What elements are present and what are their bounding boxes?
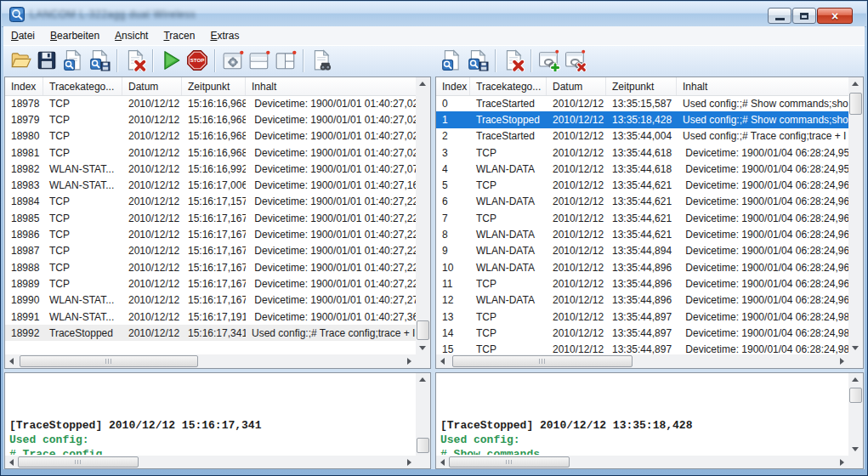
table-row[interactable]: 18991WLAN-STAT...2010/12/1215:16:17,191 … — [5, 309, 416, 325]
start-trace-button[interactable] — [157, 48, 184, 74]
vertical-scrollbar[interactable] — [848, 77, 863, 354]
split-vertical-icon — [275, 49, 297, 71]
scrollbar-thumb[interactable] — [417, 320, 429, 340]
vertical-scrollbar[interactable] — [416, 373, 430, 456]
clear-trace-button[interactable] — [122, 48, 148, 74]
scroll-right-icon — [407, 459, 411, 466]
stop-trace-button[interactable]: STOP — [184, 48, 210, 74]
menu-datei[interactable]: Datei — [3, 26, 43, 45]
column-header-datum[interactable]: Datum — [547, 77, 606, 95]
clear-trace-button-right[interactable] — [500, 48, 526, 74]
save-trace-config-button-right[interactable] — [464, 48, 491, 74]
left-log-pane: [TraceStopped] 2010/12/12 15:16:17,341Us… — [4, 372, 431, 469]
table-row[interactable]: 11TCP2010/12/1213:35:44,896 Devicetime: … — [436, 275, 848, 292]
table-row[interactable]: 0TraceStarted2010/12/1213:35:15,587Used … — [436, 95, 848, 111]
vertical-scrollbar[interactable] — [848, 373, 863, 456]
find-in-trace-button[interactable] — [308, 48, 334, 74]
open-trace-file-button[interactable] — [7, 48, 33, 74]
vertical-scrollbar[interactable] — [416, 77, 430, 354]
scrollbar-thumb[interactable] — [452, 355, 633, 367]
column-header-inhalt[interactable]: Inhalt — [246, 77, 430, 95]
show-trace-config-button[interactable] — [60, 48, 86, 74]
maximize-button[interactable] — [792, 8, 816, 24]
log-content[interactable]: [TraceStopped] 2010/12/12 13:35:18,428Us… — [440, 375, 848, 455]
column-header-zeitpunkt[interactable]: Zeitpunkt — [606, 77, 677, 95]
scrollbar-thumb[interactable] — [417, 438, 429, 453]
scrollbar-thumb[interactable] — [18, 456, 139, 468]
table-row[interactable]: 18986TCP2010/12/1215:16:17,167 Devicetim… — [5, 226, 416, 242]
menu-bar: DateiBearbeitenAnsichtTracenExtras — [3, 26, 865, 46]
toolbar-separator — [116, 49, 117, 72]
device-connect-remove-icon — [564, 49, 587, 71]
log-line: [TraceStopped] 2010/12/12 15:16:17,341 — [9, 418, 415, 433]
scrollbar-thumb[interactable] — [849, 388, 862, 403]
scroll-left-icon — [440, 459, 445, 466]
column-header-zeitpunkt[interactable]: Zeitpunkt — [182, 77, 246, 95]
trace-settings-button[interactable] — [219, 48, 246, 74]
column-header-index[interactable]: Index — [5, 77, 43, 95]
table-row[interactable]: 8WLAN-DATA2010/12/1213:35:44,621 Devicet… — [436, 226, 848, 242]
title-bar[interactable]: LANCOM L-322agg dual Wireless × — [2, 2, 866, 27]
table-row[interactable]: 14TCP2010/12/1213:35:44,897 Devicetime: … — [436, 325, 848, 341]
column-header-index[interactable]: Index — [436, 77, 470, 95]
table-row[interactable]: 7TCP2010/12/1213:35:44,621 Devicetime: 1… — [436, 210, 848, 226]
column-header-datum[interactable]: Datum — [122, 77, 182, 95]
table-row[interactable]: 6WLAN-DATA2010/12/1213:35:44,621 Devicet… — [436, 194, 848, 210]
table-row[interactable]: 10WLAN-DATA2010/12/1213:35:44,896 Device… — [436, 259, 848, 275]
horizontal-scrollbar[interactable] — [436, 456, 848, 468]
menu-extras[interactable]: Extras — [202, 26, 247, 45]
horizontal-scrollbar[interactable] — [436, 354, 848, 368]
table-row[interactable]: 18988TCP2010/12/1215:16:17,167 Devicetim… — [5, 259, 416, 275]
maximize-icon — [800, 13, 808, 20]
column-header-tracekategorie[interactable]: Tracekatego... — [43, 77, 122, 95]
save-trace-file-button[interactable] — [33, 48, 60, 74]
device-connect-remove-button[interactable] — [562, 48, 588, 74]
table-row[interactable]: 18983WLAN-STAT...2010/12/1215:16:17,006 … — [5, 177, 416, 193]
save-trace-config-button[interactable] — [86, 48, 112, 74]
table-row[interactable]: 18979TCP2010/12/1215:16:16,968 Devicetim… — [5, 111, 416, 128]
scroll-up-icon — [852, 377, 859, 382]
table-row[interactable]: 18987TCP2010/12/1215:16:17,167 Devicetim… — [5, 243, 416, 259]
scroll-down-icon — [419, 346, 426, 350]
table-row[interactable]: 3TCP2010/12/1213:35:44,618 Devicetime: 1… — [436, 144, 848, 161]
menu-ansicht[interactable]: Ansicht — [107, 26, 156, 45]
scrollbar-thumb[interactable] — [849, 93, 862, 115]
column-header-tracekategorie[interactable]: Tracekatego... — [470, 77, 547, 95]
table-row[interactable]: 9WLAN-DATA2010/12/1213:35:44,894 Devicet… — [436, 243, 848, 259]
table-row[interactable]: 18978TCP2010/12/1215:16:16,968 Devicetim… — [5, 95, 416, 111]
table-row[interactable]: 15TCP2010/12/1213:35:44,897 Devicetime: … — [436, 341, 848, 354]
split-horizontal-button[interactable] — [246, 48, 272, 74]
split-vertical-button[interactable] — [272, 48, 298, 74]
table-row[interactable]: 1TraceStopped2010/12/1213:35:18,428Used … — [436, 111, 848, 128]
scroll-right-icon — [407, 358, 411, 365]
table-row[interactable]: 2TraceStarted2010/12/1213:35:44,004Used … — [436, 128, 848, 144]
table-row[interactable]: 18992TraceStopped2010/12/1215:16:17,341U… — [5, 325, 416, 341]
device-connect-add-button[interactable] — [536, 48, 562, 74]
table-row[interactable]: 4WLAN-DATA2010/12/1213:35:44,618 Devicet… — [436, 161, 848, 177]
scrollbar-thumb[interactable] — [449, 456, 570, 468]
scrollbar-thumb[interactable] — [20, 355, 198, 367]
minimize-button[interactable] — [768, 8, 791, 24]
table-body: 0TraceStarted2010/12/1213:35:15,587Used … — [436, 95, 848, 354]
table-row[interactable]: 18989TCP2010/12/1215:16:17,167 Devicetim… — [5, 275, 416, 292]
menu-tracen[interactable]: Tracen — [156, 26, 202, 45]
table-row[interactable]: 18982WLAN-STAT...2010/12/1215:16:16,992 … — [5, 161, 416, 177]
table-row[interactable]: 18984TCP2010/12/1215:16:17,157 Devicetim… — [5, 194, 416, 210]
menu-bearbeiten[interactable]: Bearbeiten — [43, 26, 107, 45]
table-row[interactable]: 18985TCP2010/12/1215:16:17,167 Devicetim… — [5, 210, 416, 226]
table-row[interactable]: 18981TCP2010/12/1215:16:16,968 Devicetim… — [5, 144, 416, 161]
close-button[interactable]: × — [817, 8, 853, 24]
log-content[interactable]: [TraceStopped] 2010/12/12 15:16:17,341Us… — [9, 375, 415, 455]
split-horizontal-icon — [248, 49, 270, 71]
toolbar-separator — [495, 49, 496, 72]
table-row[interactable]: 18980TCP2010/12/1215:16:16,968 Devicetim… — [5, 128, 416, 144]
table-row[interactable]: 5TCP2010/12/1213:35:44,621 Devicetime: 1… — [436, 177, 848, 193]
horizontal-scrollbar[interactable] — [5, 456, 416, 468]
column-header-inhalt[interactable]: Inhalt — [677, 77, 863, 95]
table-row[interactable]: 13TCP2010/12/1213:35:44,897 Devicetime: … — [436, 309, 848, 325]
table-row[interactable]: 18990WLAN-STAT...2010/12/1215:16:17,167 … — [5, 292, 416, 309]
show-trace-config-button-right[interactable] — [438, 48, 464, 74]
horizontal-scrollbar[interactable] — [5, 354, 416, 368]
log-line: [TraceStopped] 2010/12/12 13:35:18,428 — [440, 418, 848, 433]
table-row[interactable]: 12WLAN-DATA2010/12/1213:35:44,896 Device… — [436, 292, 848, 309]
